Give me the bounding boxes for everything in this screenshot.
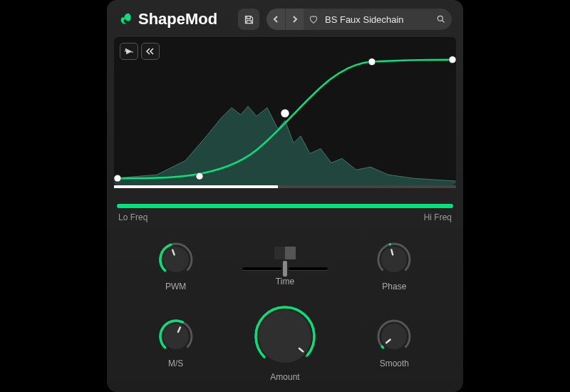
preset-search-button[interactable] [430,14,452,24]
svg-point-7 [259,310,311,363]
preset-bar: BS Faux Sidechain [266,9,452,30]
chevron-left-icon [273,16,279,23]
plugin-window: ShapeMod BS Faux Sidechain [107,0,463,392]
save-icon [244,14,254,25]
phase-label: Phase [382,282,406,292]
playhead-track[interactable] [114,185,456,188]
controls-grid: PWM Time Phase [107,222,463,392]
playhead-fill [114,185,278,188]
freq-labels: Lo Freq Hi Freq [118,212,452,222]
ms-label: M/S [168,359,183,368]
svg-point-5 [163,324,189,349]
search-icon [436,14,446,24]
ms-control: M/S [158,319,194,368]
curve-handle-2[interactable] [196,172,203,180]
curve-handle-end[interactable] [449,56,456,63]
graph-toolbar [120,43,160,60]
lo-freq-label: Lo Freq [118,212,147,222]
curve-handle-start[interactable] [114,175,121,182]
hi-freq-label: Hi Freq [424,212,452,222]
phase-knob[interactable] [376,242,412,277]
brand-logo-icon [118,11,134,27]
amount-knob[interactable] [254,305,316,368]
preset-prev-button[interactable] [266,9,285,30]
freq-band-range[interactable] [117,204,453,208]
svg-point-9 [381,324,407,349]
pwm-label: PWM [165,282,186,292]
heart-icon [309,14,318,24]
amount-label: Amount [270,372,299,382]
header-bar: ShapeMod BS Faux Sidechain [107,0,463,37]
shaper-graph[interactable] [114,37,456,185]
preset-name-display[interactable]: BS Faux Sidechain [323,14,430,25]
smooth-label: Smooth [380,359,409,368]
svg-line-4 [392,249,393,254]
curve-handle-mid[interactable] [281,109,289,118]
preset-favorite-button[interactable] [304,14,323,24]
graph-canvas [114,37,456,185]
preset-next-button[interactable] [285,9,304,30]
graph-waveform-button[interactable] [120,43,138,60]
graph-collapse-button[interactable] [141,43,160,60]
time-slider[interactable] [242,265,328,272]
smooth-knob[interactable] [376,319,412,354]
chevron-right-icon [292,16,298,23]
smooth-control: Smooth [376,319,412,368]
time-value-box[interactable] [274,247,296,259]
pwm-control: PWM [158,242,194,292]
phase-control: Phase [376,242,412,292]
curve-handle-4[interactable] [368,58,375,66]
pwm-knob[interactable] [158,242,194,277]
svg-point-0 [437,16,442,21]
amount-control: Amount [254,305,316,382]
chevrons-left-icon [146,48,155,55]
waveform-icon [124,47,134,56]
save-button[interactable] [238,9,259,30]
time-control: Time [242,247,328,287]
ms-knob[interactable] [158,319,194,354]
svg-point-3 [381,247,407,272]
time-label: Time [276,277,294,287]
brand-name: ShapeMod [138,10,217,29]
svg-point-1 [163,247,189,272]
time-slider-thumb[interactable] [283,261,287,277]
brand: ShapeMod [118,10,217,29]
